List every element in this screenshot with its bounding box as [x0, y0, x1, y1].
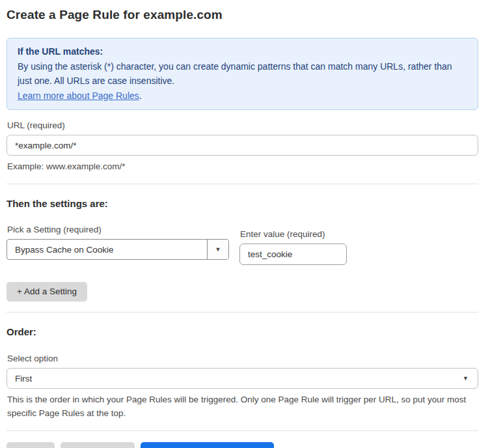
order-helper-text: This is the order in which your Page Rul… [7, 393, 479, 420]
page-title: Create a Page Rule for example.com [7, 8, 478, 22]
setting-select[interactable]: Bypass Cache on Cookie ▼ [7, 239, 229, 260]
page-rules-learn-more-link[interactable]: Learn more about Page Rules [18, 91, 139, 101]
setting-select-value: Bypass Cache on Cookie [7, 240, 207, 259]
order-select-label: Select option [7, 354, 478, 363]
info-box-body: By using the asterisk (*) character, you… [18, 59, 467, 89]
save-and-deploy-button[interactable]: Save and Deploy Page Rule [141, 442, 275, 448]
order-section-heading: Order: [7, 326, 478, 337]
value-column: Enter value (required) [239, 225, 347, 265]
settings-row: Pick a Setting (required) Bypass Cache o… [7, 225, 478, 265]
info-box-heading: If the URL matches: [18, 44, 467, 59]
add-setting-button[interactable]: + Add a Setting [7, 282, 87, 301]
setting-value-label: Enter value (required) [240, 229, 347, 239]
save-as-draft-button[interactable]: Save as Draft [61, 442, 135, 448]
divider [7, 430, 478, 431]
setting-column: Pick a Setting (required) Bypass Cache o… [7, 225, 229, 260]
settings-section-heading: Then the settings are: [7, 198, 478, 209]
setting-select-label: Pick a Setting (required) [7, 225, 229, 234]
url-match-info-box: If the URL matches: By using the asteris… [7, 38, 478, 110]
url-input[interactable] [7, 135, 478, 156]
dropdown-arrow-icon[interactable]: ▼ [207, 240, 228, 259]
dropdown-arrow-icon: ▼ [463, 375, 468, 382]
url-field-label: URL (required) [7, 120, 478, 130]
divider [7, 184, 478, 184]
footer-actions: Cancel Save as Draft Save and Deploy Pag… [7, 442, 478, 448]
url-helper-text: Example: www.example.com/* [7, 160, 478, 173]
order-select-value: First [15, 374, 32, 384]
divider [7, 312, 478, 313]
cancel-button[interactable]: Cancel [7, 442, 55, 448]
link-suffix: . [139, 91, 142, 101]
info-box-link-line: Learn more about Page Rules. [18, 89, 467, 104]
order-select[interactable]: First ▼ [7, 368, 478, 389]
setting-value-input[interactable] [239, 244, 347, 265]
